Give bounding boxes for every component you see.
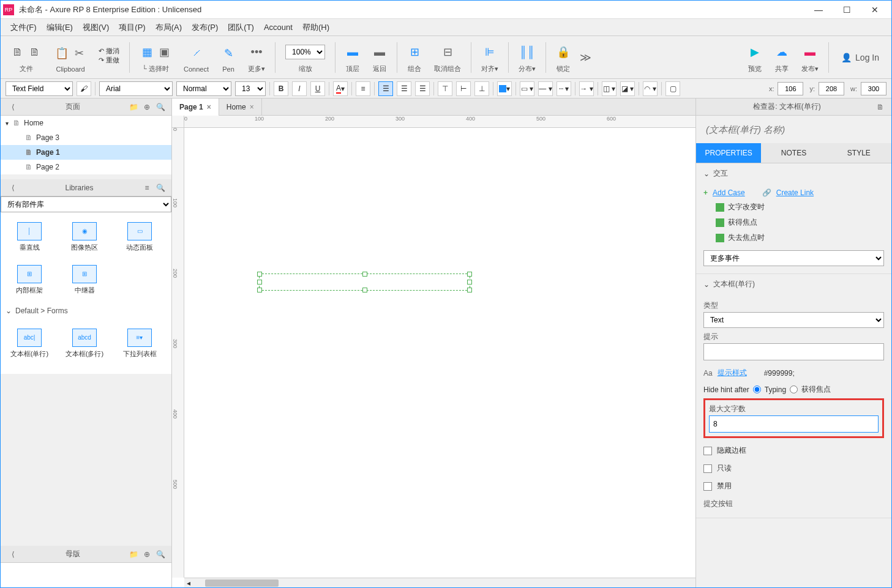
close-tab-icon[interactable]: × <box>250 103 254 111</box>
distribute-icon[interactable]: ║║ <box>520 45 534 59</box>
checkbox-icon[interactable] <box>703 464 712 473</box>
open-file-icon[interactable]: 🗎 <box>28 45 42 59</box>
canvas-tab-page1[interactable]: Page 1 × <box>172 99 219 116</box>
tree-item-home[interactable]: ▾ 🗎 Home <box>1 116 171 130</box>
widget-name-input[interactable] <box>702 121 885 138</box>
menu-publish[interactable]: 发布(P) <box>187 20 223 35</box>
align-center-h-button[interactable]: ☰ <box>397 81 411 96</box>
text-color-button[interactable]: A ▾ <box>333 81 348 96</box>
share-icon[interactable]: ☁ <box>774 45 789 59</box>
max-length-input[interactable] <box>709 415 879 433</box>
canvas-body[interactable]: 0 100 200 300 400 500 600 0 100 200 300 … <box>172 116 695 587</box>
resize-handle-se[interactable] <box>467 288 472 292</box>
font-size-select[interactable]: 13 <box>235 81 266 96</box>
fill-color-button[interactable]: ▾ <box>497 81 512 96</box>
scroll-left-icon[interactable]: ◂ <box>184 579 193 587</box>
ungroup-icon[interactable]: ⊟ <box>440 45 455 59</box>
event-textchange[interactable]: 文字改变时 <box>703 199 884 215</box>
align-left-h-button[interactable]: ☰ <box>378 81 393 96</box>
event-gotfocus[interactable]: 获得焦点 <box>703 215 884 230</box>
readonly-row[interactable]: 只读 <box>703 460 884 477</box>
italic-button[interactable]: I <box>292 81 307 96</box>
padding-button[interactable]: ▢ <box>665 81 680 96</box>
more-icon[interactable]: ••• <box>249 45 264 59</box>
more-events-select[interactable]: 更多事件 <box>703 250 884 266</box>
hint-input[interactable] <box>703 343 884 360</box>
resize-handle-ne[interactable] <box>467 272 472 277</box>
hide-border-row[interactable]: 隐藏边框 <box>703 442 884 460</box>
align-top-v-button[interactable]: ⊤ <box>438 81 452 96</box>
widget-iframe[interactable]: ⊞内部框架 <box>3 258 56 302</box>
corner-radius-button[interactable]: ◠ ▾ <box>643 81 658 96</box>
menu-file[interactable]: 文件(F) <box>6 20 42 35</box>
note-icon[interactable]: 🗎 <box>874 101 886 113</box>
type-select[interactable]: Text <box>703 312 884 328</box>
add-folder-icon[interactable]: 📁 <box>127 548 140 560</box>
border-width-button[interactable]: — ▾ <box>538 81 553 96</box>
add-master-icon[interactable]: ⊕ <box>141 548 153 560</box>
widget-textfield[interactable]: abc|文本框(单行) <box>3 321 56 365</box>
scrollbar-horizontal[interactable]: ◂ <box>184 578 695 587</box>
maximize-button[interactable]: ☐ <box>833 1 861 19</box>
expand-arrow-icon[interactable]: ▾ <box>6 120 13 127</box>
arrow-button[interactable]: → ▾ <box>579 81 594 96</box>
collapse-icon[interactable]: ⟨ <box>7 101 19 113</box>
login-button[interactable]: 👤 Log In <box>834 50 886 65</box>
menu-edit[interactable]: 编辑(E) <box>42 20 78 35</box>
y-input[interactable] <box>819 82 844 95</box>
resize-handle-sw[interactable] <box>257 288 262 292</box>
search-icon[interactable]: 🔍 <box>154 548 167 560</box>
interactions-header[interactable]: ⌄ 交互 <box>696 163 891 184</box>
focus-radio[interactable] <box>790 385 798 393</box>
menu-account[interactable]: Account <box>259 20 298 34</box>
checkbox-icon[interactable] <box>703 482 712 491</box>
add-case-link[interactable]: Add Case <box>713 188 745 197</box>
widget-type-select[interactable]: Text Field <box>6 81 73 96</box>
widget-vline[interactable]: │垂直线 <box>3 215 56 255</box>
tree-item-page1[interactable]: 🗎 Page 1 <box>1 145 171 160</box>
widget-textarea[interactable]: abcd文本框(多行) <box>58 321 111 365</box>
selected-textfield-widget[interactable] <box>259 274 470 291</box>
hint-style-link[interactable]: 提示样式 <box>718 368 747 378</box>
collapse-icon[interactable]: ⟨ <box>7 548 19 560</box>
zoom-select[interactable]: 100% <box>285 45 325 59</box>
widget-repeater[interactable]: ⊞中继器 <box>58 258 111 302</box>
bring-front-icon[interactable]: ▬ <box>345 45 360 59</box>
canvas-content[interactable] <box>184 128 695 578</box>
lock-icon[interactable]: 🔒 <box>556 45 571 59</box>
w-input[interactable] <box>861 82 886 95</box>
typing-radio[interactable] <box>753 385 761 393</box>
menu-view[interactable]: 视图(V) <box>78 20 114 35</box>
tab-notes[interactable]: NOTES <box>761 143 826 163</box>
align-middle-v-button[interactable]: ⊢ <box>456 81 471 96</box>
search-icon[interactable]: 🔍 <box>154 182 167 194</box>
font-select[interactable]: Arial <box>99 81 173 96</box>
search-icon[interactable]: 🔍 <box>154 101 167 113</box>
undo-button[interactable]: ↶ 撤消 <box>99 47 119 56</box>
canvas-tab-home[interactable]: Home × <box>219 99 262 116</box>
resize-handle-s[interactable] <box>362 288 367 292</box>
tab-properties[interactable]: PROPERTIES <box>696 143 761 163</box>
menu-arrange[interactable]: 布局(A) <box>151 20 187 35</box>
publish-icon[interactable]: ▬ <box>803 45 817 59</box>
tree-item-page2[interactable]: 🗎 Page 2 <box>1 160 171 174</box>
collapse-icon[interactable]: ⟨ <box>7 182 19 194</box>
preview-icon[interactable]: ▶ <box>748 45 762 59</box>
select-mode-icon[interactable]: ▣ <box>157 45 171 59</box>
resize-handle-w[interactable] <box>257 280 262 285</box>
redo-button[interactable]: ↷ 重做 <box>99 56 119 65</box>
group-icon[interactable]: ⊞ <box>407 45 422 59</box>
border-style-button[interactable]: ┄ ▾ <box>557 81 571 96</box>
scrollbar-thumb[interactable] <box>205 579 279 587</box>
resize-handle-nw[interactable] <box>257 272 262 277</box>
x-input[interactable] <box>778 82 803 95</box>
menu-team[interactable]: 团队(T) <box>223 20 259 35</box>
add-folder-icon[interactable]: 📁 <box>127 101 140 113</box>
font-weight-select[interactable]: Normal <box>176 81 231 96</box>
new-file-icon[interactable]: 🗎 <box>10 45 25 59</box>
align-icon[interactable]: ⊫ <box>482 45 497 59</box>
event-lostfocus[interactable]: 失去焦点时 <box>703 230 884 245</box>
menu-help[interactable]: 帮助(H) <box>298 20 334 35</box>
create-link-link[interactable]: Create Link <box>776 188 814 197</box>
format-painter-icon[interactable]: 🖌 <box>77 81 91 96</box>
